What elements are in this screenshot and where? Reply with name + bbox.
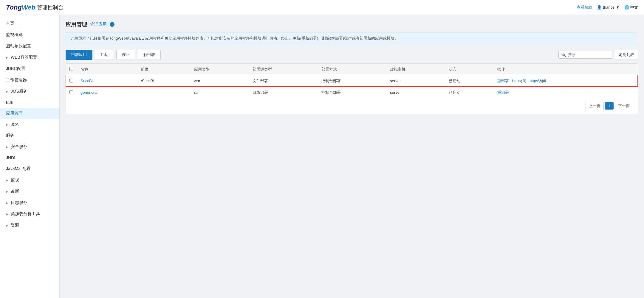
arrow-icon: ▶ — [6, 56, 8, 59]
header-right: 查看帮助 👤 thanos ▼ 🌐 中文 — [577, 5, 638, 10]
current-page-button[interactable]: 1 — [605, 102, 614, 110]
sidebar-item-classloader[interactable]: ▶ 类加载分析工具 — [0, 208, 59, 220]
sidebar-item-label: 日志服务 — [11, 200, 27, 205]
sidebar-item-monitor2[interactable]: ▶ 监视 — [0, 174, 59, 186]
https-link-0[interactable]: https访问 — [530, 79, 546, 83]
sidebar-item-app-manage[interactable]: 应用管理 — [0, 108, 59, 119]
cell-prefix — [137, 87, 190, 98]
app-name-link[interactable]: SuccBI — [80, 79, 93, 83]
sidebar-item-startup[interactable]: 启动参数配置 — [0, 40, 59, 52]
sidebar-item-jdbc[interactable]: JDBC配置 — [0, 63, 59, 74]
info-box: 此页显示了已经部署到TongWeb的Java EE 应用程序和独立应用程序模块列… — [66, 32, 638, 45]
sidebar-item-security[interactable]: ▶ 安全服务 — [0, 141, 59, 152]
sidebar-item-jca[interactable]: ▶ JCA — [0, 119, 59, 130]
select-all-checkbox[interactable] — [69, 67, 73, 71]
sidebar-item-label: 服务 — [6, 133, 14, 138]
redeploy-link-0[interactable]: 重部署 — [497, 79, 509, 83]
cell-name: SuccBI — [77, 75, 137, 87]
layout: 首页 监视概览 启动参数配置 ▶ WEB容器配置 JDBC配置 工作管理器 ▶ … — [0, 15, 644, 298]
redeploy-link-1[interactable]: 重部署 — [497, 90, 509, 95]
sidebar-item-label: 类加载分析工具 — [11, 211, 40, 217]
sidebar-item-label: 资源 — [11, 223, 19, 228]
search-box: 🔍 — [558, 51, 612, 59]
sidebar-item-jms[interactable]: ▶ JMS服务 — [0, 86, 59, 97]
sidebar-item-label: 首页 — [6, 21, 14, 26]
pagination: 上一页 1 下一页 — [66, 98, 638, 114]
arrow-icon: ▶ — [6, 190, 8, 193]
globe-icon: 🌐 — [624, 5, 629, 10]
sidebar-item-monitor[interactable]: 监视概览 — [0, 29, 59, 40]
sidebar-item-label: 监视概览 — [6, 32, 23, 38]
info-icon[interactable]: i — [110, 22, 114, 27]
page-subtitle[interactable]: 管理应用 — [90, 22, 107, 27]
header-app-type: 应用类型 — [191, 64, 249, 75]
cell-deploy-method: 控制台部署 — [318, 87, 386, 98]
cell-status: 已启动 — [445, 75, 494, 87]
cell-virtual-host: server — [386, 75, 445, 87]
header-deploy-source: 部署源类型 — [249, 64, 318, 75]
header: TongWeb 管理控制台 查看帮助 👤 thanos ▼ 🌐 中文 — [0, 0, 644, 15]
next-page-button[interactable]: 下一页 — [615, 102, 633, 110]
search-input[interactable] — [568, 52, 610, 57]
cell-deploy-method: 控制台部署 — [318, 75, 386, 87]
sidebar-item-ejb[interactable]: EJB — [0, 97, 59, 108]
sidebar-item-job[interactable]: 工作管理器 — [0, 74, 59, 86]
lang-menu[interactable]: 🌐 中文 — [624, 5, 638, 10]
cell-virtual-host: server — [386, 87, 445, 98]
toolbar: 部署应用 启动 停止 解部署 🔍 定制列表 — [66, 50, 638, 60]
sidebar-item-home[interactable]: 首页 — [0, 18, 59, 29]
start-button[interactable]: 启动 — [95, 50, 114, 60]
user-menu[interactable]: 👤 thanos ▼ — [597, 5, 620, 10]
help-link[interactable]: 查看帮助 — [577, 5, 592, 10]
sidebar-item-label: 工作管理器 — [6, 77, 27, 83]
sidebar-item-label: JDBC配置 — [6, 66, 25, 71]
lang-label: 中文 — [630, 5, 638, 10]
sidebar-item-label: 应用管理 — [6, 111, 23, 116]
header-actions: 操作 — [494, 64, 638, 75]
cell-app-type: rar — [191, 87, 249, 98]
app-table: 名称 前缀 应用类型 部署源类型 部署方式 虚拟主机 状态 操作 — [66, 64, 638, 98]
sidebar-item-logservice[interactable]: ▶ 日志服务 — [0, 197, 59, 208]
app-name-link[interactable]: genericra — [80, 90, 97, 95]
cell-actions: 重部署 — [494, 87, 638, 98]
sidebar-item-web-container[interactable]: ▶ WEB容器配置 — [0, 52, 59, 63]
user-icon: 👤 — [597, 5, 602, 10]
sidebar-item-label: WEB容器配置 — [11, 55, 37, 60]
row-checkbox[interactable] — [69, 90, 73, 94]
sidebar-item-service[interactable]: 服务 — [0, 130, 59, 141]
sidebar-item-diagnose[interactable]: ▶ 诊断 — [0, 186, 59, 197]
logo: TongWeb 管理控制台 — [6, 4, 64, 11]
row-checkbox-col — [66, 87, 77, 98]
sidebar-item-label: 诊断 — [11, 189, 19, 194]
sidebar-item-label: 监视 — [11, 177, 19, 183]
stop-button[interactable]: 停止 — [116, 50, 135, 60]
sidebar-item-javamail[interactable]: JavaMail配置 — [0, 163, 59, 174]
username: thanos — [603, 5, 614, 10]
cell-deploy-source: 文件部署 — [249, 75, 318, 87]
sidebar-item-label: EJB — [6, 100, 14, 105]
header-checkbox-col — [66, 64, 77, 75]
cell-status: 已启动 — [445, 87, 494, 98]
customize-button[interactable]: 定制列表 — [615, 50, 638, 60]
page-title-bar: 应用管理 管理应用 i — [66, 21, 638, 28]
arrow-icon: ▶ — [6, 201, 8, 205]
table-row: genericra rar 目录部署 控制台部署 server 已启动 重部署 — [66, 87, 638, 98]
info-text: 此页显示了已经部署到TongWeb的Java EE 应用程序和独立应用程序模块列… — [71, 36, 398, 40]
sidebar-item-label: 启动参数配置 — [6, 43, 31, 49]
header-name: 名称 — [77, 64, 137, 75]
sidebar-item-label: 安全服务 — [11, 144, 27, 149]
table-header-row: 名称 前缀 应用类型 部署源类型 部署方式 虚拟主机 状态 操作 — [66, 64, 638, 75]
undeploy-button[interactable]: 解部署 — [138, 50, 161, 60]
sidebar-item-label: JNDI — [6, 155, 15, 160]
sidebar-item-label: JavaMail配置 — [6, 166, 31, 171]
sidebar-item-resource[interactable]: ▶ 资源 — [0, 220, 59, 231]
deploy-button[interactable]: 部署应用 — [66, 50, 92, 60]
sidebar-item-label: JMS服务 — [11, 89, 27, 94]
prev-page-button[interactable]: 上一页 — [586, 102, 604, 110]
sidebar-item-jndi[interactable]: JNDI — [0, 152, 59, 163]
row-checkbox[interactable] — [69, 79, 73, 82]
toolbar-right: 🔍 定制列表 — [558, 50, 638, 60]
http-link-0[interactable]: http访问 — [512, 79, 527, 83]
logo-tong: Tong — [6, 4, 22, 11]
sidebar: 首页 监视概览 启动参数配置 ▶ WEB容器配置 JDBC配置 工作管理器 ▶ … — [0, 15, 60, 298]
